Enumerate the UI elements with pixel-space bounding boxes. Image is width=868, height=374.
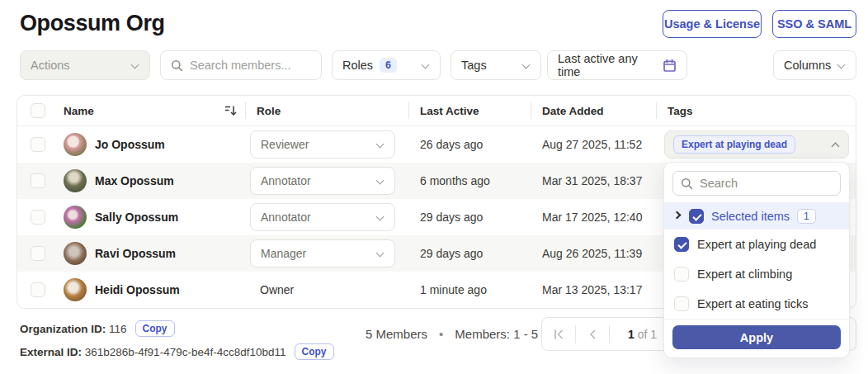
sso-saml-label: SSO & SAML (777, 17, 851, 31)
copy-org-id-button[interactable]: Copy (135, 320, 175, 337)
chevron-down-icon (522, 61, 531, 69)
external-id-row: External ID: 361b286b-4f91-479c-be4f-4cc… (20, 343, 334, 360)
apply-button[interactable]: Apply (672, 325, 841, 349)
role-value: Owner (260, 283, 294, 296)
member-name: Sally Opossum (95, 211, 178, 224)
previous-page-button[interactable] (576, 318, 609, 350)
organization-id-row: Organization ID: 116 Copy (20, 320, 175, 337)
members-page: Opossum Org Usage & License SSO & SAML A… (0, 0, 868, 374)
sso-saml-button[interactable]: SSO & SAML (772, 10, 856, 38)
chevron-down-icon (131, 61, 139, 69)
member-name: Heidi Opossum (95, 283, 180, 296)
row-checkbox[interactable] (31, 173, 45, 188)
tag-option-label: Expert at climbing (697, 267, 792, 281)
column-header-name: Name (47, 105, 94, 117)
actions-dropdown[interactable]: Actions (20, 50, 150, 80)
date-added-value: Mar 17 2025, 12:40 (542, 211, 642, 224)
tag-option[interactable]: Expert at playing dead (664, 230, 849, 259)
selected-items-label: Selected items (711, 210, 790, 223)
last-active-value: 6 months ago (420, 174, 490, 187)
tags-dropdown-panel: Selected items 1 Expert at playing dead … (663, 162, 850, 358)
page-of: of 1 (638, 328, 657, 341)
row-checkbox[interactable] (31, 210, 45, 225)
first-page-button[interactable] (542, 318, 575, 350)
last-active-filter[interactable]: Last active any time (547, 50, 687, 80)
selected-items-checkbox[interactable] (689, 209, 704, 224)
columns-dropdown[interactable]: Columns (773, 50, 856, 80)
table-row: Jo Opossum Reviewer 26 days ago Aug 27 2… (17, 126, 856, 163)
chevron-down-icon (376, 213, 384, 221)
sort-icon[interactable] (224, 105, 238, 116)
column-header-tags: Tags (656, 105, 693, 117)
member-name: Jo Opossum (95, 138, 165, 151)
selected-items-group[interactable]: Selected items 1 (664, 202, 849, 230)
search-icon (681, 178, 693, 190)
page-current: 1 (628, 328, 634, 341)
search-members-box[interactable] (160, 50, 322, 80)
page-status: 1 of 1 (628, 328, 657, 341)
role-select[interactable]: Annotator (250, 167, 395, 195)
roles-label: Roles (342, 59, 373, 72)
tag-option-checkbox[interactable] (674, 296, 689, 311)
tag-pill: Expert at playing dead (673, 135, 795, 154)
actions-label: Actions (31, 59, 70, 72)
column-header-last-active: Last Active (408, 105, 479, 117)
date-added-value: Aug 27 2025, 11:52 (542, 138, 642, 151)
date-added-value: Aug 26 2025, 11:39 (542, 247, 642, 260)
last-active-value: 1 minute ago (420, 283, 487, 296)
usage-license-label: Usage & License (664, 17, 760, 31)
role-select[interactable]: Manager (250, 239, 395, 267)
usage-license-button[interactable]: Usage & License (663, 10, 762, 38)
date-added-value: Mar 13 2025, 13:17 (542, 283, 642, 296)
role-value: Annotator (261, 211, 311, 224)
tag-option-label: Expert at playing dead (697, 238, 816, 251)
external-id-value: 361b286b-4f91-479c-be4f-4cc8df10bd11 (85, 346, 286, 358)
members-range: Members: 1 - 5 (455, 327, 538, 341)
expand-icon[interactable] (674, 212, 682, 220)
dot-separator: • (439, 327, 443, 341)
selected-count-badge: 1 (797, 209, 816, 224)
tag-option[interactable]: Expert at eating ticks (664, 289, 849, 319)
members-summary: 5 Members • Members: 1 - 5 (366, 327, 538, 341)
tags-filter-dropdown[interactable]: Tags (451, 50, 541, 80)
member-name: Max Opossum (95, 174, 174, 187)
search-icon (171, 59, 183, 72)
page-title: Opossum Org (20, 11, 165, 36)
date-added-value: Mar 31 2025, 18:37 (542, 174, 642, 187)
row-checkbox[interactable] (31, 246, 45, 261)
role-value: Reviewer (261, 138, 309, 151)
copy-external-id-button[interactable]: Copy (295, 343, 334, 360)
role-select[interactable]: Reviewer (250, 130, 395, 159)
last-active-value: 29 days ago (420, 247, 483, 260)
chevron-down-icon (837, 61, 846, 69)
tag-option-checkbox[interactable] (674, 267, 689, 282)
column-header-date-added: Date Added (531, 105, 604, 117)
tags-search-box[interactable] (672, 171, 841, 196)
chevron-up-icon (832, 140, 840, 149)
role-value: Annotator (261, 174, 311, 187)
tags-search-input[interactable] (700, 177, 823, 190)
columns-label: Columns (784, 59, 831, 72)
avatar (64, 133, 87, 156)
row-checkbox[interactable] (31, 282, 45, 297)
tags-label: Tags (461, 59, 487, 72)
calendar-icon (663, 59, 677, 73)
column-header-role: Role (245, 105, 281, 117)
roles-count-badge: 6 (380, 58, 397, 73)
tag-option[interactable]: Expert at climbing (664, 259, 849, 289)
search-members-input[interactable] (190, 59, 305, 72)
tags-select-open[interactable]: Expert at playing dead (664, 130, 849, 159)
role-value: Manager (261, 247, 306, 260)
chevron-down-icon (376, 140, 384, 149)
roles-filter-dropdown[interactable]: Roles 6 (332, 50, 441, 80)
members-total: 5 Members (366, 327, 427, 341)
tag-option-checkbox[interactable] (674, 237, 689, 252)
org-id-label: Organization ID: (20, 323, 106, 335)
chevron-down-icon (376, 249, 384, 258)
last-active-value: 26 days ago (420, 138, 483, 151)
select-all-checkbox[interactable] (31, 103, 45, 118)
row-checkbox[interactable] (31, 137, 45, 152)
avatar (64, 278, 87, 301)
chevron-down-icon (422, 61, 430, 69)
role-select[interactable]: Annotator (250, 203, 395, 231)
